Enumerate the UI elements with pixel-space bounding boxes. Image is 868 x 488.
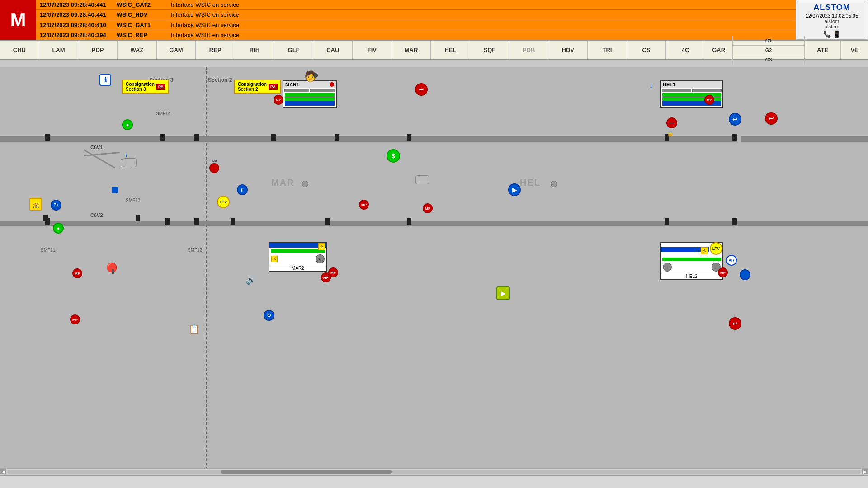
- nav-sqf[interactable]: SQF: [470, 41, 509, 59]
- block-5: [335, 134, 339, 141]
- nav-mar[interactable]: MAR: [392, 41, 431, 59]
- hel-gray-dot: [551, 181, 557, 187]
- green-circle-1[interactable]: ●: [122, 119, 133, 130]
- smfi1-label: SMF11: [41, 248, 55, 253]
- pa-badge-2: PA: [269, 84, 278, 90]
- nav-rep[interactable]: REP: [196, 41, 235, 59]
- mar1-green-bar: [285, 93, 335, 97]
- stop-button[interactable]: —: [666, 117, 677, 128]
- refresh-icon-lower[interactable]: ↻: [264, 310, 274, 321]
- mp-3[interactable]: MP: [72, 268, 82, 278]
- nav-g1[interactable]: G1: [733, 36, 805, 46]
- hel2-mp-icon[interactable]: MP: [718, 267, 728, 277]
- info-icon[interactable]: ℹ: [99, 74, 111, 86]
- nav-ve[interactable]: VE: [841, 41, 868, 59]
- nav-lam[interactable]: LAM: [39, 41, 79, 59]
- hel2-down-arrow: ↓: [663, 263, 672, 272]
- block-l4: [231, 218, 235, 225]
- diagonal-track-1: [83, 149, 115, 169]
- hel2-label: HEL2: [661, 273, 722, 279]
- alarm-row-1[interactable]: 12/07/2023 09:28:40:441 WSIC_GAT2 Interf…: [36, 0, 796, 10]
- ar-badge[interactable]: AR: [726, 255, 737, 266]
- consignation3-text: ConsignationSection 3: [126, 82, 155, 92]
- nav-pdb[interactable]: PDB: [509, 41, 549, 59]
- status-bar: [0, 475, 868, 488]
- nav-glf[interactable]: GLF: [274, 41, 314, 59]
- mp-1[interactable]: MP: [359, 200, 369, 210]
- nav-hel[interactable]: HEL: [431, 41, 470, 59]
- nav-waz[interactable]: WAZ: [118, 41, 157, 59]
- nav-g2[interactable]: G2: [733, 46, 805, 55]
- nav-rih[interactable]: RIH: [235, 41, 274, 59]
- pause-button[interactable]: ⏸: [237, 184, 248, 195]
- block-l6: [407, 218, 411, 225]
- nav-gar[interactable]: GAR: [705, 41, 732, 59]
- mar2-spinner: ↻: [316, 254, 325, 263]
- blue-circle-right: [740, 269, 750, 280]
- mp-2[interactable]: MP: [423, 203, 433, 213]
- scroll-track[interactable]: [7, 470, 861, 474]
- consignation-section2[interactable]: ConsignationSection 2 PA: [234, 80, 281, 94]
- scroll-left[interactable]: ◀: [0, 469, 6, 475]
- mar2-warning: ⚠: [318, 243, 326, 250]
- mar-gray-dot: [302, 181, 308, 187]
- block-l3: [194, 218, 199, 225]
- scroll-right[interactable]: ▶: [862, 469, 868, 475]
- block-m1: [136, 215, 140, 221]
- nav-hdv[interactable]: HDV: [548, 41, 588, 59]
- speaker-icon[interactable]: 🔊: [245, 275, 256, 286]
- alstom-user: alstom: [825, 19, 839, 24]
- worker-icon[interactable]: 👷: [29, 198, 42, 211]
- down-arrow-icon: ↓: [646, 81, 656, 90]
- nav-chu[interactable]: CHU: [0, 41, 39, 59]
- mar-back-arrow[interactable]: ↩: [415, 83, 428, 96]
- alarm-row-2[interactable]: 12/07/2023 09:28:40:441 WSIC_HDV Interfa…: [36, 10, 796, 20]
- ltv-badge-upper[interactable]: LTV: [217, 196, 230, 208]
- nav-g3[interactable]: G3: [733, 55, 805, 64]
- scroll-thumb[interactable]: [221, 470, 392, 474]
- cylinder-1: [123, 158, 137, 167]
- nav-pdp[interactable]: PDP: [78, 41, 118, 59]
- hel-back-arrow[interactable]: ↩: [729, 113, 741, 126]
- nav-cs[interactable]: CS: [627, 41, 666, 59]
- hel2-body: ↓: [661, 256, 722, 273]
- mar1-mp-icon[interactable]: MP: [274, 95, 283, 105]
- consignation-section3[interactable]: ConsignationSection 3 PA: [122, 80, 169, 94]
- zone-hel-label: HEL: [520, 178, 541, 188]
- nav-ate[interactable]: ATE: [805, 41, 841, 59]
- right-back-arrow[interactable]: ↩: [765, 112, 778, 125]
- nav-gam[interactable]: GAM: [157, 41, 196, 59]
- hel2-ltv[interactable]: LTV: [710, 242, 722, 255]
- alstom-datetime: 12/07/2023 10:02:05:05: [806, 13, 858, 19]
- block-m2: [43, 215, 48, 221]
- play-btn-lower[interactable]: ▶: [496, 286, 510, 300]
- block-4: [271, 134, 276, 141]
- green-circle-2[interactable]: ●: [53, 223, 64, 234]
- mar2-station-box: ⚠ ⚠ ↻ MAR2: [269, 242, 327, 272]
- play-right-icon[interactable]: ▶: [508, 183, 521, 196]
- block-8: [732, 134, 737, 141]
- nav-cau[interactable]: CAU: [313, 41, 353, 59]
- alarm-row-4[interactable]: 12/07/2023 09:28:40:394 WSIC_REP Interfa…: [36, 30, 796, 40]
- lock-icon: 🔒: [667, 130, 674, 136]
- green-circle-3[interactable]: $: [387, 149, 400, 163]
- refresh-icon-1[interactable]: ↻: [51, 200, 61, 211]
- nav-tri[interactable]: TRI: [588, 41, 627, 59]
- alarm-row-3[interactable]: 12/07/2023 09:28:40:410 WSIC_GAT1 Interf…: [36, 20, 796, 30]
- auto-red-button[interactable]: Aut: [209, 159, 219, 173]
- hel2-green: [662, 258, 721, 261]
- block-l8: [732, 218, 737, 225]
- mar1-status-dot: [330, 82, 334, 87]
- book-icon[interactable]: 📋: [188, 323, 200, 335]
- mar1-dot: [313, 73, 318, 78]
- nav-fiv[interactable]: FIV: [353, 41, 392, 59]
- nav-4c[interactable]: 4C: [666, 41, 705, 59]
- mar2-warning2: ⚠: [271, 256, 278, 262]
- mar2-mp-icon[interactable]: MP: [328, 267, 338, 277]
- mp-lower-left[interactable]: MP: [70, 314, 80, 324]
- hel1-mp-icon[interactable]: MP: [704, 95, 714, 105]
- smfi4-label: SMF14: [156, 111, 170, 116]
- consignation2-text: ConsignationSection 2: [238, 82, 267, 92]
- alarm-panel: 12/07/2023 09:28:40:441 WSIC_GAT2 Interf…: [36, 0, 796, 40]
- back-arrow-lower[interactable]: ↩: [729, 317, 741, 330]
